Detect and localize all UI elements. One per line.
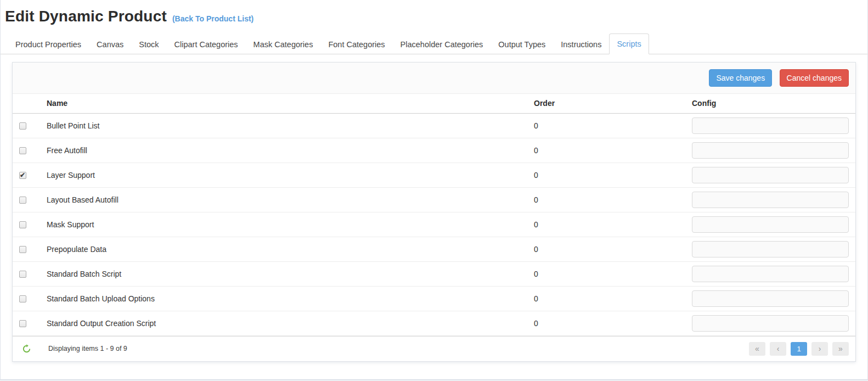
table-row: Layout Based Autofill 0 [13,187,855,212]
config-input[interactable] [692,142,849,159]
config-input[interactable] [692,216,849,233]
pager-first-button[interactable]: « [749,342,765,356]
cancel-changes-button[interactable]: Cancel changes [780,69,849,87]
row-checkbox[interactable] [19,246,26,253]
config-input[interactable] [692,192,849,208]
table-row: Standard Output Creation Script 0 [13,311,855,335]
config-input[interactable] [692,266,849,282]
name-column-header: Name [47,94,533,113]
pager-last-button[interactable]: » [832,342,849,356]
page-title: Edit Dynamic Product [5,8,167,25]
tab-content: Save changes Cancel changes Name Order C… [1,54,867,362]
pager-page-1-button[interactable]: 1 [791,342,807,356]
row-name: Prepopulate Data [47,237,533,261]
grid-toolbar: Save changes Cancel changes [13,63,855,94]
tab-scripts[interactable]: Scripts [609,33,649,54]
config-input[interactable] [692,167,849,183]
row-checkbox[interactable] [19,320,26,327]
row-name: Mask Support [47,212,533,237]
row-name: Layout Based Autofill [47,187,533,212]
row-order: 0 [533,311,692,335]
pager: «‹1›» [749,342,849,356]
table-row: Mask Support 0 [13,212,855,237]
page-container: Edit Dynamic Product (Back To Product Li… [0,0,868,380]
row-name: Free Autofill [47,138,533,163]
scripts-table: Name Order Config Bullet Point List 0 [13,94,855,336]
tab-bar: Product PropertiesCanvasStockClipart Cat… [1,33,867,54]
row-checkbox[interactable] [19,221,26,228]
table-row: Prepopulate Data 0 [13,237,855,261]
config-input[interactable] [692,315,849,332]
refresh-icon[interactable] [22,344,31,354]
table-row: Standard Batch Script 0 [13,261,855,286]
tab-font-categories[interactable]: Font Categories [320,34,392,54]
row-checkbox[interactable] [19,271,26,278]
tab-stock[interactable]: Stock [131,34,166,54]
row-checkbox[interactable] [19,147,26,154]
pager-prev-button[interactable]: ‹ [770,342,786,356]
tab-output-types[interactable]: Output Types [491,34,553,54]
row-order: 0 [533,138,692,163]
config-input[interactable] [692,241,849,257]
tab-product-properties[interactable]: Product Properties [8,34,89,54]
row-name: Standard Batch Upload Options [47,286,533,311]
config-input[interactable] [692,290,849,307]
row-name: Bullet Point List [47,113,533,138]
config-column-header: Config [692,94,855,113]
tab-placeholder-categories[interactable]: Placeholder Categories [393,34,491,54]
table-row: Free Autofill 0 [13,138,855,163]
row-checkbox[interactable] [19,172,26,179]
tab-clipart-categories[interactable]: Clipart Categories [167,34,246,54]
row-checkbox[interactable] [19,295,26,302]
table-row: Standard Batch Upload Options 0 [13,286,855,311]
row-order: 0 [533,212,692,237]
grid-footer: Displaying items 1 - 9 of 9 «‹1›» [13,336,855,361]
checkbox-column-header [13,94,47,113]
pager-next-button[interactable]: › [811,342,828,356]
save-changes-button[interactable]: Save changes [709,69,772,87]
page-header: Edit Dynamic Product (Back To Product Li… [1,0,867,25]
row-checkbox[interactable] [19,122,26,130]
pager-status-text: Displaying items 1 - 9 of 9 [48,345,127,352]
row-order: 0 [533,286,692,311]
row-order: 0 [533,163,692,187]
scripts-grid: Save changes Cancel changes Name Order C… [12,62,856,362]
table-row: Layer Support 0 [13,163,855,187]
table-row: Bullet Point List 0 [13,113,855,138]
tab-canvas[interactable]: Canvas [89,34,131,54]
tab-mask-categories[interactable]: Mask Categories [246,34,321,54]
tab-instructions[interactable]: Instructions [553,34,609,54]
row-checkbox[interactable] [19,197,26,204]
back-to-product-list-link[interactable]: (Back To Product List) [172,14,253,23]
table-header-row: Name Order Config [13,94,855,113]
order-column-header: Order [533,94,692,113]
row-order: 0 [533,187,692,212]
row-order: 0 [533,261,692,286]
row-order: 0 [533,237,692,261]
row-name: Standard Output Creation Script [47,311,533,335]
row-name: Layer Support [47,163,533,187]
row-order: 0 [533,113,692,138]
config-input[interactable] [692,117,849,134]
row-name: Standard Batch Script [47,261,533,286]
